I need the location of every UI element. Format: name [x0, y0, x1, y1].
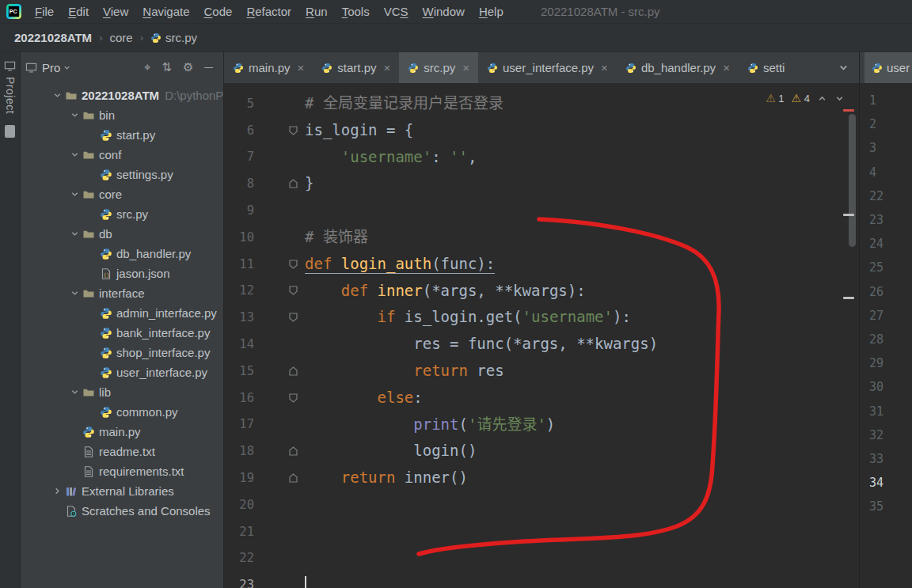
python-file-icon — [408, 63, 419, 74]
breadcrumb-item-core[interactable]: core — [109, 31, 132, 44]
tree-item-label: shop_interface.py — [116, 346, 210, 359]
tree-item-readme-txt[interactable]: readme.txt — [21, 442, 223, 461]
tree-item-scratches-and-consoles[interactable]: Scratches and Consoles — [21, 501, 223, 521]
tree-item-core[interactable]: core — [21, 184, 223, 204]
line-number: 1 — [860, 89, 912, 112]
project-view-title[interactable]: Pro — [42, 61, 60, 74]
fold-marker[interactable] — [254, 126, 305, 135]
project-tool-icon[interactable] — [4, 60, 16, 72]
python-icon — [100, 208, 116, 221]
breadcrumb-item-20221028atm[interactable]: 20221028ATM — [14, 31, 92, 44]
code-text: def login_auth(func): — [305, 251, 495, 278]
close-icon[interactable]: × — [298, 61, 305, 74]
editor-scrollbar[interactable] — [849, 114, 856, 247]
tree-item-admin-interface-py[interactable]: admin_interface.py — [21, 303, 223, 323]
tree-item-interface[interactable]: interface — [21, 283, 223, 303]
tree-item-src-py[interactable]: src.py — [21, 204, 223, 224]
tree-item-common-py[interactable]: common.py — [21, 402, 223, 422]
code-text: # 全局变量记录用户是否登录 — [305, 90, 504, 117]
menu-help[interactable]: Help — [472, 2, 511, 21]
breadcrumb-item-src-py[interactable]: src.py — [150, 31, 197, 44]
tree-item-external-libraries[interactable]: External Libraries — [21, 481, 223, 501]
close-icon[interactable]: × — [383, 61, 390, 74]
close-icon[interactable]: × — [601, 61, 608, 74]
error-stripe-mark[interactable] — [843, 214, 854, 216]
fold-marker[interactable] — [254, 393, 305, 403]
fold-marker[interactable] — [254, 473, 305, 483]
chevron-down-icon[interactable] — [66, 289, 82, 298]
tab-db-handler-py[interactable]: db_handler.py× — [617, 52, 739, 83]
fold-marker[interactable] — [254, 260, 305, 269]
fold-marker[interactable] — [254, 446, 305, 456]
tree-item-jason-json[interactable]: jason.json — [21, 264, 223, 283]
menu-edit[interactable]: Edit — [61, 2, 96, 21]
hide-panel-icon[interactable]: ─ — [199, 60, 218, 74]
previous-problem-icon[interactable] — [817, 93, 827, 104]
chevron-down-icon[interactable] — [63, 63, 71, 72]
menu-refactor[interactable]: Refactor — [239, 2, 298, 21]
tree-item-bin[interactable]: bin — [21, 105, 223, 125]
python-icon — [100, 406, 116, 419]
tab-main-py[interactable]: main.py× — [224, 52, 313, 83]
hidden-tabs-dropdown[interactable] — [828, 62, 859, 74]
tool-window-icon[interactable] — [5, 125, 15, 138]
tree-item-label: bin — [99, 108, 115, 122]
menu-vcs[interactable]: VCS — [377, 2, 416, 21]
line-number: 30 — [860, 375, 912, 399]
menu-file[interactable]: File — [28, 2, 61, 21]
chevron-down-icon[interactable] — [49, 91, 65, 100]
menu-navigate[interactable]: Navigate — [135, 2, 196, 21]
menu-code[interactable]: Code — [197, 2, 240, 21]
fold-marker[interactable] — [254, 286, 305, 295]
menu-run[interactable]: Run — [298, 2, 335, 21]
tree-item-shop-interface-py[interactable]: shop_interface.py — [21, 343, 223, 362]
tab-src-py[interactable]: src.py× — [399, 52, 478, 83]
menu-window[interactable]: Window — [416, 2, 472, 21]
project-view-icon[interactable] — [25, 62, 37, 74]
locate-icon[interactable]: ⌖ — [139, 60, 156, 74]
close-icon[interactable]: × — [723, 61, 730, 74]
tree-item-20221028atm[interactable]: 20221028ATMD:\pythonPr — [21, 85, 223, 105]
python-icon — [100, 307, 112, 320]
close-icon[interactable]: × — [462, 61, 469, 74]
fold-marker[interactable] — [254, 366, 305, 376]
chevron-down-icon[interactable] — [66, 388, 82, 396]
tree-item-start-py[interactable]: start.py — [21, 125, 223, 145]
code-line-5: 5# 全局变量记录用户是否登录 — [224, 90, 859, 117]
chevron-down-icon[interactable] — [66, 111, 82, 119]
inspections-widget[interactable]: ⚠ 1 ⚠ 4 — [766, 92, 845, 104]
fold-marker[interactable] — [254, 313, 305, 322]
menu-view[interactable]: View — [96, 2, 135, 21]
line-number: 28 — [860, 328, 912, 351]
tree-item-conf[interactable]: conf — [21, 145, 223, 165]
next-problem-icon[interactable] — [834, 93, 845, 104]
tab-user-interface[interactable]: user — [864, 52, 912, 83]
python-file-icon — [321, 63, 332, 74]
chevron-down-icon[interactable] — [66, 190, 82, 199]
chevron-right-icon[interactable] — [49, 487, 65, 495]
error-stripe-mark[interactable] — [843, 109, 854, 112]
tree-item-main-py[interactable]: main.py — [21, 422, 223, 442]
project-stripe-label[interactable]: Project — [4, 77, 17, 114]
code-editor[interactable]: 5# 全局变量记录用户是否登录6is_login = {7 'username'… — [224, 84, 859, 588]
error-stripe-mark[interactable] — [843, 297, 854, 299]
chevron-down-icon[interactable] — [66, 150, 82, 159]
tree-item-lib[interactable]: lib — [21, 382, 223, 402]
tab-setti[interactable]: setti — [739, 52, 794, 83]
tree-item-bank-interface-py[interactable]: bank_interface.py — [21, 323, 223, 343]
menu-tools[interactable]: Tools — [335, 2, 377, 21]
fold-marker[interactable] — [254, 179, 305, 188]
tree-item-requirements-txt[interactable]: requirements.txt — [21, 461, 223, 481]
tree-item-db[interactable]: db — [21, 224, 223, 244]
python-icon — [100, 129, 112, 142]
tab-start-py[interactable]: start.py× — [313, 52, 399, 83]
tree-item-user-interface-py[interactable]: user_interface.py — [21, 362, 223, 382]
chevron-down-icon[interactable] — [66, 230, 82, 238]
tree-item-db-handler-py[interactable]: db_handler.py — [21, 244, 223, 264]
tab-user-interface-py[interactable]: user_interface.py× — [478, 52, 617, 83]
collapse-all-icon[interactable]: ⇅ — [156, 60, 177, 74]
line-number: 15 — [224, 364, 254, 378]
tree-item-settings-py[interactable]: settings.py — [21, 165, 223, 184]
code-line-9: 9 — [224, 197, 859, 224]
settings-gear-icon[interactable]: ⚙ — [177, 60, 199, 74]
